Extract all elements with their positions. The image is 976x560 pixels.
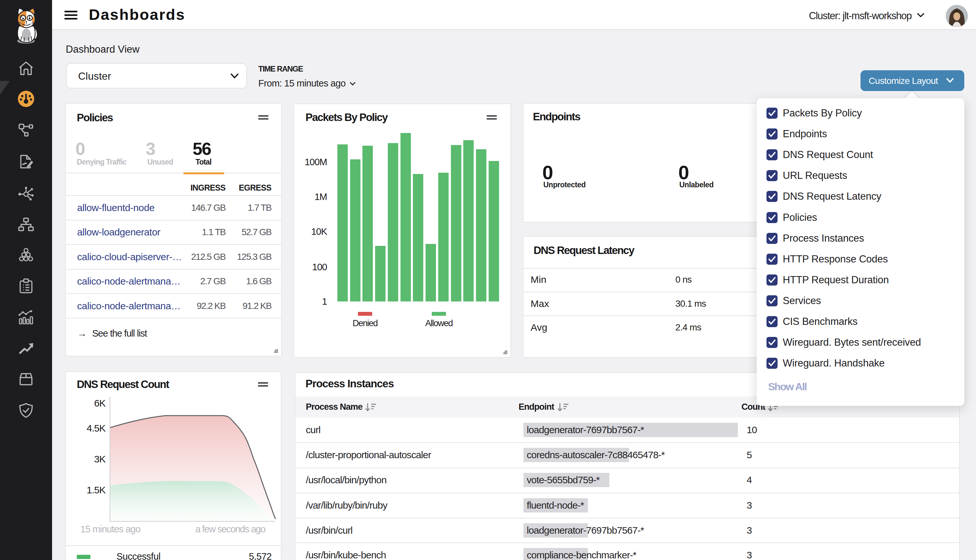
- svg-text:6K: 6K: [94, 398, 106, 408]
- svg-text:Denied: Denied: [353, 318, 378, 328]
- svg-text:10K: 10K: [311, 226, 327, 237]
- svg-text:100: 100: [312, 262, 327, 272]
- svg-text:1.5K: 1.5K: [87, 485, 106, 495]
- svg-text:a few seconds ago: a few seconds ago: [195, 524, 265, 534]
- svg-text:Allowed: Allowed: [425, 318, 453, 328]
- svg-text:1: 1: [322, 296, 327, 307]
- svg-text:15 minutes ago: 15 minutes ago: [80, 524, 140, 534]
- svg-text:3K: 3K: [94, 454, 106, 464]
- svg-text:1M: 1M: [315, 192, 327, 202]
- svg-text:4.5K: 4.5K: [87, 423, 106, 433]
- svg-text:100M: 100M: [305, 157, 327, 167]
